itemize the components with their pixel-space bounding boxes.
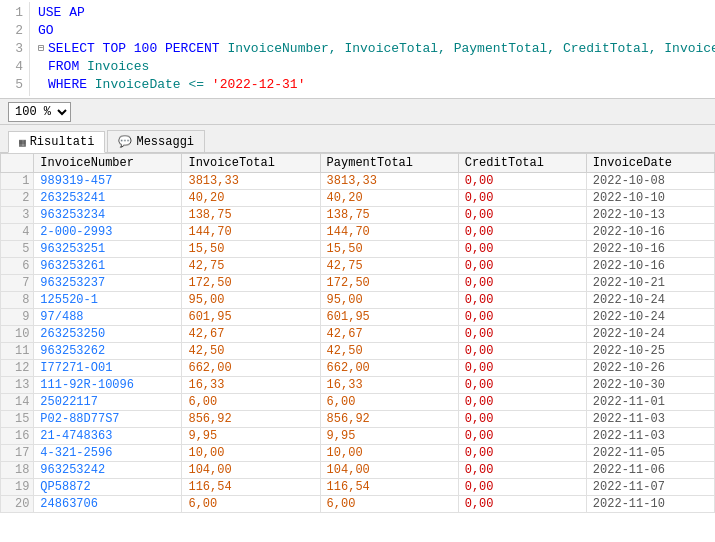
cell-payment-total: 116,54 bbox=[320, 479, 458, 496]
table-row: 15P02-88D77S7856,92856,920,002022-11-03 bbox=[1, 411, 715, 428]
code-line-1: USE AP bbox=[38, 4, 715, 22]
cell-credit-total: 0,00 bbox=[458, 241, 586, 258]
cell-invoice-number: 963253262 bbox=[34, 343, 182, 360]
row-number: 1 bbox=[1, 173, 34, 190]
code-token: InvoiceNumber, InvoiceTotal, PaymentTota… bbox=[227, 40, 715, 58]
cell-invoice-date: 2022-11-07 bbox=[586, 479, 714, 496]
cell-credit-total: 0,00 bbox=[458, 428, 586, 445]
cell-invoice-total: 856,92 bbox=[182, 411, 320, 428]
cell-invoice-date: 2022-11-10 bbox=[586, 496, 714, 513]
cell-payment-total: 104,00 bbox=[320, 462, 458, 479]
results-area[interactable]: InvoiceNumber InvoiceTotal PaymentTotal … bbox=[0, 153, 715, 542]
table-row: 12I77271-O01662,00662,000,002022-10-26 bbox=[1, 360, 715, 377]
collapse-icon[interactable]: ⊟ bbox=[38, 40, 48, 58]
row-number: 16 bbox=[1, 428, 34, 445]
cell-invoice-number: 125520-1 bbox=[34, 292, 182, 309]
cell-invoice-number: 24863706 bbox=[34, 496, 182, 513]
cell-invoice-total: 16,33 bbox=[182, 377, 320, 394]
tab-messaggi[interactable]: 💬 Messaggi bbox=[107, 130, 205, 152]
table-row: 226325324140,2040,200,002022-10-10 bbox=[1, 190, 715, 207]
cell-payment-total: 9,95 bbox=[320, 428, 458, 445]
tab-risultati-label: Risultati bbox=[30, 135, 95, 149]
cell-invoice-total: 95,00 bbox=[182, 292, 320, 309]
cell-invoice-total: 138,75 bbox=[182, 207, 320, 224]
row-number: 3 bbox=[1, 207, 34, 224]
cell-payment-total: 15,50 bbox=[320, 241, 458, 258]
col-header-payment-total: PaymentTotal bbox=[320, 154, 458, 173]
col-header-credit-total: CreditTotal bbox=[458, 154, 586, 173]
code-line-5: WHERE InvoiceDate <= '2022-12-31' bbox=[38, 76, 715, 94]
cell-payment-total: 601,95 bbox=[320, 309, 458, 326]
cell-invoice-total: 662,00 bbox=[182, 360, 320, 377]
cell-payment-total: 6,00 bbox=[320, 496, 458, 513]
cell-credit-total: 0,00 bbox=[458, 173, 586, 190]
cell-credit-total: 0,00 bbox=[458, 496, 586, 513]
row-number: 8 bbox=[1, 292, 34, 309]
row-number: 15 bbox=[1, 411, 34, 428]
cell-invoice-date: 2022-10-16 bbox=[586, 258, 714, 275]
cell-invoice-date: 2022-10-26 bbox=[586, 360, 714, 377]
table-row: 3963253234138,75138,750,002022-10-13 bbox=[1, 207, 715, 224]
cell-payment-total: 42,67 bbox=[320, 326, 458, 343]
cell-invoice-date: 2022-11-03 bbox=[586, 428, 714, 445]
table-row: 1026325325042,6742,670,002022-10-24 bbox=[1, 326, 715, 343]
cell-credit-total: 0,00 bbox=[458, 224, 586, 241]
table-row: 696325326142,7542,750,002022-10-16 bbox=[1, 258, 715, 275]
cell-credit-total: 0,00 bbox=[458, 292, 586, 309]
cell-credit-total: 0,00 bbox=[458, 275, 586, 292]
cell-invoice-date: 2022-10-24 bbox=[586, 292, 714, 309]
cell-payment-total: 172,50 bbox=[320, 275, 458, 292]
cell-invoice-date: 2022-11-01 bbox=[586, 394, 714, 411]
cell-payment-total: 856,92 bbox=[320, 411, 458, 428]
table-row: 1989319-4573813,333813,330,002022-10-08 bbox=[1, 173, 715, 190]
line-numbers: 1 2 3 4 5 bbox=[0, 2, 30, 96]
code-content: USE AP GO ⊟SELECT TOP 100 PERCENT Invoic… bbox=[30, 2, 715, 96]
table-row: 19QP58872116,54116,540,002022-11-07 bbox=[1, 479, 715, 496]
cell-invoice-total: 40,20 bbox=[182, 190, 320, 207]
cell-credit-total: 0,00 bbox=[458, 445, 586, 462]
msg-icon: 💬 bbox=[118, 135, 132, 148]
row-number: 5 bbox=[1, 241, 34, 258]
cell-invoice-total: 42,75 bbox=[182, 258, 320, 275]
table-row: 1621-47483639,959,950,002022-11-03 bbox=[1, 428, 715, 445]
cell-invoice-total: 144,70 bbox=[182, 224, 320, 241]
cell-invoice-date: 2022-10-21 bbox=[586, 275, 714, 292]
cell-invoice-date: 2022-10-24 bbox=[586, 326, 714, 343]
table-row: 14250221176,006,000,002022-11-01 bbox=[1, 394, 715, 411]
cell-invoice-number: 21-4748363 bbox=[34, 428, 182, 445]
cell-invoice-number: 2-000-2993 bbox=[34, 224, 182, 241]
table-row: 174-321-259610,0010,000,002022-11-05 bbox=[1, 445, 715, 462]
grid-icon: ▦ bbox=[19, 136, 26, 149]
table-header-row: InvoiceNumber InvoiceTotal PaymentTotal … bbox=[1, 154, 715, 173]
cell-invoice-number: 963253261 bbox=[34, 258, 182, 275]
cell-invoice-date: 2022-10-24 bbox=[586, 309, 714, 326]
cell-invoice-number: 989319-457 bbox=[34, 173, 182, 190]
row-number: 18 bbox=[1, 462, 34, 479]
table-row: 18963253242104,00104,000,002022-11-06 bbox=[1, 462, 715, 479]
cell-invoice-total: 172,50 bbox=[182, 275, 320, 292]
table-row: 7963253237172,50172,500,002022-10-21 bbox=[1, 275, 715, 292]
code-token: Invoices bbox=[87, 58, 149, 76]
zoom-select[interactable]: 100 % 75 % 125 % bbox=[8, 102, 71, 122]
cell-invoice-number: 963253237 bbox=[34, 275, 182, 292]
table-row: 997/488601,95601,950,002022-10-24 bbox=[1, 309, 715, 326]
row-number: 4 bbox=[1, 224, 34, 241]
col-header-invoice-total: InvoiceTotal bbox=[182, 154, 320, 173]
cell-credit-total: 0,00 bbox=[458, 258, 586, 275]
code-token: USE AP bbox=[38, 4, 85, 22]
cell-invoice-number: 97/488 bbox=[34, 309, 182, 326]
cell-invoice-number: 963253234 bbox=[34, 207, 182, 224]
cell-credit-total: 0,00 bbox=[458, 479, 586, 496]
code-token: SELECT TOP 100 PERCENT bbox=[48, 40, 227, 58]
tab-risultati[interactable]: ▦ Risultati bbox=[8, 131, 105, 153]
cell-invoice-number: I77271-O01 bbox=[34, 360, 182, 377]
cell-invoice-date: 2022-10-16 bbox=[586, 224, 714, 241]
row-number: 17 bbox=[1, 445, 34, 462]
col-header-invoice-date: InvoiceDate bbox=[586, 154, 714, 173]
cell-payment-total: 662,00 bbox=[320, 360, 458, 377]
cell-credit-total: 0,00 bbox=[458, 462, 586, 479]
cell-payment-total: 10,00 bbox=[320, 445, 458, 462]
table-row: 596325325115,5015,500,002022-10-16 bbox=[1, 241, 715, 258]
row-number: 14 bbox=[1, 394, 34, 411]
cell-invoice-number: 111-92R-10096 bbox=[34, 377, 182, 394]
